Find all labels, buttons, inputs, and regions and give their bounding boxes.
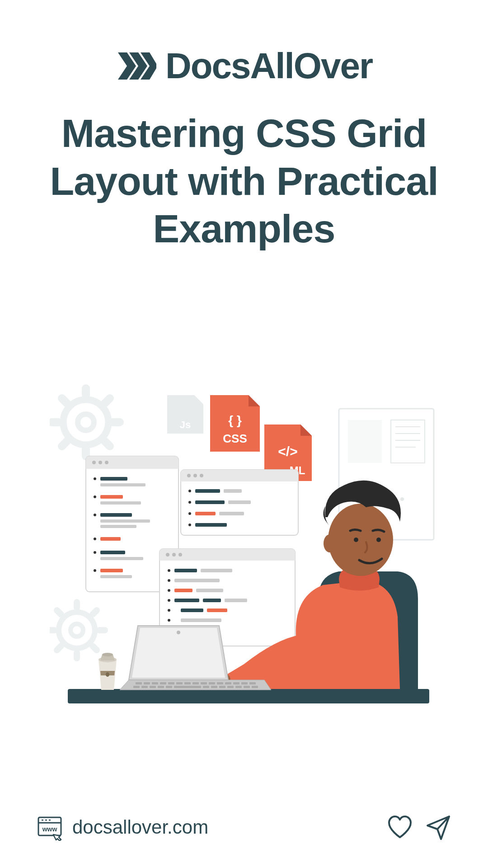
- svg-rect-111: [150, 686, 156, 688]
- send-icon[interactable]: [425, 814, 452, 841]
- svg-point-40: [94, 569, 96, 572]
- svg-rect-41: [100, 569, 123, 572]
- svg-rect-103: [209, 682, 215, 684]
- svg-rect-106: [233, 682, 239, 684]
- svg-rect-76: [203, 599, 221, 602]
- svg-point-74: [168, 599, 170, 602]
- svg-point-87: [328, 504, 393, 576]
- svg-point-3: [70, 624, 83, 637]
- svg-rect-82: [181, 618, 221, 622]
- svg-point-124: [106, 672, 109, 677]
- svg-rect-26: [100, 477, 127, 481]
- svg-point-0: [63, 400, 108, 445]
- svg-point-47: [193, 474, 197, 477]
- svg-point-35: [94, 538, 96, 540]
- svg-text:www: www: [42, 826, 57, 833]
- svg-point-69: [168, 579, 170, 582]
- svg-point-23: [99, 461, 102, 464]
- footer: www docsallover.com: [36, 800, 452, 841]
- svg-point-31: [94, 514, 96, 516]
- page-title: Mastering CSS Grid Layout with Practical…: [36, 109, 452, 253]
- svg-point-24: [105, 461, 108, 464]
- svg-rect-110: [141, 686, 148, 688]
- svg-rect-98: [168, 682, 174, 684]
- svg-point-52: [188, 501, 191, 504]
- footer-left: www docsallover.com: [36, 814, 208, 841]
- svg-rect-62: [160, 557, 295, 561]
- svg-rect-97: [160, 682, 166, 684]
- svg-point-88: [324, 534, 336, 552]
- svg-rect-57: [219, 512, 244, 515]
- heart-icon[interactable]: [386, 814, 413, 841]
- svg-rect-5: [348, 420, 382, 463]
- svg-rect-108: [249, 682, 256, 684]
- svg-rect-115: [203, 686, 209, 688]
- svg-rect-118: [227, 686, 234, 688]
- svg-rect-21: [86, 465, 178, 469]
- svg-point-123: [102, 653, 113, 656]
- svg-rect-113: [166, 686, 172, 688]
- svg-rect-38: [100, 551, 125, 554]
- svg-rect-116: [211, 686, 217, 688]
- brand-logo-icon: [116, 50, 156, 82]
- svg-text:</>: </>: [278, 444, 297, 459]
- svg-rect-29: [100, 495, 123, 499]
- svg-point-12: [400, 497, 404, 501]
- svg-rect-73: [196, 589, 223, 592]
- svg-point-22: [92, 461, 96, 464]
- svg-rect-101: [192, 682, 199, 684]
- svg-rect-68: [201, 569, 232, 572]
- svg-rect-99: [176, 682, 183, 684]
- svg-rect-36: [100, 537, 121, 541]
- svg-point-49: [188, 490, 191, 492]
- svg-rect-105: [225, 682, 231, 684]
- svg-point-58: [188, 524, 191, 526]
- svg-rect-79: [181, 609, 203, 612]
- svg-point-66: [168, 569, 170, 572]
- svg-text:{ }: { }: [228, 413, 242, 427]
- svg-rect-72: [174, 589, 192, 592]
- svg-point-25: [94, 477, 96, 480]
- svg-point-90: [376, 538, 381, 542]
- svg-point-93: [177, 631, 180, 634]
- svg-rect-33: [100, 519, 150, 523]
- svg-point-64: [172, 553, 176, 557]
- svg-point-46: [187, 474, 191, 477]
- svg-rect-50: [195, 489, 220, 493]
- svg-point-2: [59, 612, 95, 648]
- svg-rect-80: [207, 609, 227, 612]
- svg-text:CSS: CSS: [223, 432, 247, 445]
- svg-point-37: [94, 551, 96, 554]
- svg-rect-92: [68, 689, 429, 703]
- svg-point-55: [188, 512, 191, 515]
- svg-point-89: [354, 538, 358, 542]
- svg-rect-54: [228, 500, 251, 504]
- svg-rect-30: [100, 501, 141, 505]
- svg-point-1: [78, 414, 94, 430]
- svg-rect-32: [100, 513, 132, 517]
- svg-rect-42: [100, 575, 132, 578]
- svg-rect-102: [201, 682, 207, 684]
- svg-rect-109: [133, 686, 140, 688]
- svg-rect-119: [235, 686, 242, 688]
- svg-rect-120: [244, 686, 250, 688]
- website-url: docsallover.com: [72, 816, 208, 838]
- svg-rect-39: [100, 557, 143, 560]
- svg-rect-51: [224, 489, 242, 493]
- brand-name: DocsAllOver: [165, 45, 372, 87]
- svg-rect-114: [174, 686, 201, 688]
- svg-rect-59: [195, 523, 227, 527]
- svg-rect-45: [181, 478, 298, 481]
- svg-rect-96: [152, 682, 158, 684]
- hero-illustration: Js { } CSS </> ML: [36, 289, 452, 800]
- svg-point-48: [200, 474, 203, 477]
- svg-point-28: [94, 495, 96, 498]
- svg-rect-107: [241, 682, 248, 684]
- header: DocsAllOver: [36, 45, 452, 87]
- svg-rect-121: [252, 686, 258, 688]
- footer-right: [386, 814, 452, 841]
- svg-point-71: [168, 589, 170, 592]
- svg-rect-94: [136, 682, 142, 684]
- svg-text:Js: Js: [180, 419, 191, 430]
- svg-point-63: [166, 553, 169, 557]
